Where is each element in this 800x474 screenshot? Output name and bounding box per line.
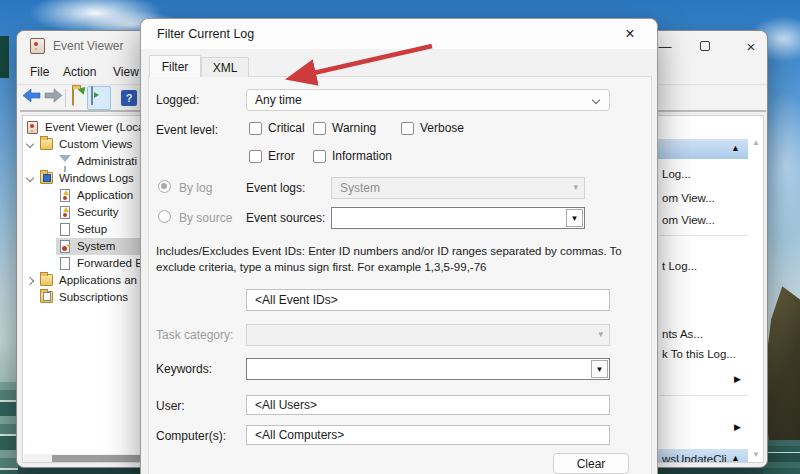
tree-item-custom-views[interactable]: Custom Views [23,136,150,153]
event-logs-dropdown: System ▾ [331,177,585,199]
scroll-up-icon[interactable]: ▲ [752,138,764,147]
dropdown-arrow-icon: ▼ [571,214,579,223]
console-tree-toggle[interactable] [87,86,111,110]
menu-action[interactable]: Action [63,65,96,79]
checkbox-icon[interactable] [401,122,414,135]
horizontal-scrollbar[interactable] [24,454,148,463]
separator [660,235,748,236]
action-attach-task-to-log[interactable]: k To this Log... [662,348,736,360]
task-category-dropdown: ▾ [246,324,610,346]
submenu-arrow-icon[interactable]: ▶ [734,374,741,384]
tree-item-system[interactable]: System [23,238,150,255]
radio-by-source[interactable] [158,210,171,223]
checkbox-icon[interactable] [313,122,326,135]
keywords-label: Keywords: [156,362,212,376]
dialog-title-bar[interactable]: Filter Current Log × [141,19,657,49]
ids-help-text: exclude criteria, type a minus sign firs… [156,261,486,273]
checkbox-icon[interactable] [249,150,262,163]
computers-label: Computer(s): [156,429,226,443]
forward-icon[interactable] [44,88,63,103]
dropdown-button[interactable]: ▼ [566,209,583,227]
dialog-close-button[interactable]: × [611,19,649,49]
screen: Event Viewer — × File Action View ? Even… [0,0,800,474]
separator [660,395,748,396]
log-icon [60,206,70,219]
chevron-right-icon[interactable] [26,277,34,285]
by-source-label: By source [179,211,232,225]
tab-xml[interactable]: XML [201,57,249,77]
console-tree-pane: Event Viewer (Local) Custom Views Admini… [22,115,150,463]
filter-icon [59,155,71,162]
logged-value: Any time [255,93,302,107]
scroll-down-icon[interactable]: ▼ [752,450,764,459]
radio-by-log[interactable] [158,180,171,193]
cliff-rock [763,283,800,448]
dropdown-arrow-icon: ▾ [598,329,603,339]
log-icon [60,189,70,202]
export-log-icon[interactable] [69,88,74,106]
user-input[interactable] [246,395,610,415]
event-logs-label: Event logs: [246,181,305,195]
close-button[interactable]: × [731,31,771,61]
event-viewer-app-icon [30,38,45,54]
action-create-custom-view[interactable]: om View... [662,192,715,204]
tree-item-subscriptions[interactable]: Subscriptions [23,289,150,306]
checkbox-warning[interactable]: Warning [313,121,376,135]
tree-item-windows-logs[interactable]: Windows Logs [23,170,150,187]
action-import-custom-view[interactable]: om View... [662,214,715,226]
back-icon[interactable] [22,88,41,103]
checkbox-verbose[interactable]: Verbose [401,121,464,135]
user-label: User: [156,399,185,413]
chevron-down-icon[interactable] [26,174,34,182]
chevron-down-icon[interactable] [26,140,34,148]
maximize-button[interactable] [685,31,725,61]
tree-item-setup[interactable]: Setup [23,221,150,238]
task-category-label: Task category: [156,328,233,342]
background-window-edge [0,36,9,78]
keywords-dropdown[interactable]: ▼ [246,358,610,380]
log-icon [60,223,70,236]
dropdown-button[interactable]: ▼ [591,360,608,378]
event-sources-label: Event sources: [246,211,325,225]
window-title: Event Viewer [53,39,123,53]
folder-icon [40,172,53,184]
tab-filter[interactable]: Filter [149,55,201,77]
action-open-saved-log[interactable]: Log... [662,168,691,180]
subscriptions-icon [40,291,53,303]
tree-item-applications-and-services[interactable]: Applications an [23,272,150,289]
checkbox-error[interactable]: Error [249,149,295,163]
action-save-all-events-as[interactable]: nts As... [662,328,703,340]
folder-icon [40,138,53,150]
checkbox-information[interactable]: Information [313,149,392,163]
log-icon [60,240,70,253]
ocean [763,440,800,474]
tree-item-application[interactable]: Application [23,187,150,204]
menu-view[interactable]: View [113,65,139,79]
console-window-icon [91,86,93,105]
clear-button[interactable]: Clear [553,453,629,474]
dropdown-arrow-icon: ▼ [596,365,604,374]
help-icon[interactable]: ? [121,90,137,106]
action-filter-current-log[interactable]: t Log... [662,260,697,272]
dialog-title: Filter Current Log [157,27,254,41]
tree-item-forwarded-events[interactable]: Forwarded E [23,255,150,272]
event-level-label: Event level: [156,123,218,137]
by-log-label: By log [179,181,212,195]
chevron-down-icon [592,96,600,104]
scrollbar-thumb[interactable] [52,455,140,462]
logged-dropdown[interactable]: Any time [246,89,610,111]
submenu-arrow-icon[interactable]: ▶ [734,422,741,432]
menu-file[interactable]: File [30,65,49,79]
checkbox-critical[interactable]: Critical [249,121,305,135]
tree-item-security[interactable]: Security [23,204,150,221]
tree-item-event-viewer-local[interactable]: Event Viewer (Local) [23,119,150,136]
checkbox-icon[interactable] [313,150,326,163]
event-ids-input[interactable] [246,289,610,311]
dropdown-arrow-icon: ▾ [573,182,578,192]
tree-item-administrative-events[interactable]: Administrati [23,153,150,170]
event-sources-dropdown[interactable]: ▼ [331,207,585,229]
computers-input[interactable] [246,425,610,445]
collapse-icon[interactable]: ▲ [731,453,740,463]
collapse-icon[interactable]: ▲ [731,143,740,153]
checkbox-icon[interactable] [249,122,262,135]
